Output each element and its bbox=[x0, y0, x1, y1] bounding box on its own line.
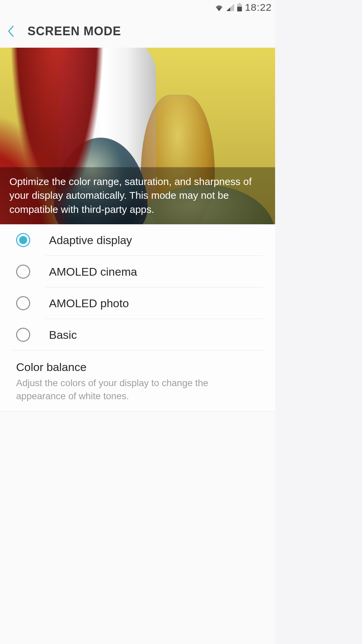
screen-mode-options: Adaptive display AMOLED cinema AMOLED ph… bbox=[0, 224, 275, 351]
chevron-left-icon bbox=[7, 25, 14, 37]
radio-icon bbox=[16, 265, 30, 279]
header: SCREEN MODE bbox=[0, 15, 275, 48]
color-balance-desc: Adjust the colors of your display to cha… bbox=[16, 376, 259, 403]
page-title: SCREEN MODE bbox=[28, 24, 121, 38]
color-balance-item[interactable]: Color balance Adjust the colors of your … bbox=[0, 351, 275, 412]
radio-icon bbox=[16, 328, 30, 342]
option-label: Adaptive display bbox=[49, 234, 132, 247]
option-label: AMOLED cinema bbox=[49, 265, 137, 278]
battery-icon bbox=[237, 3, 242, 12]
status-bar: 18:22 bbox=[0, 0, 275, 15]
screen-root: 18:22 SCREEN MODE Optimize the color ran… bbox=[0, 0, 275, 644]
back-button[interactable] bbox=[6, 23, 15, 39]
option-basic[interactable]: Basic bbox=[0, 319, 275, 351]
option-adaptive-display[interactable]: Adaptive display bbox=[0, 224, 275, 256]
clock: 18:22 bbox=[245, 2, 272, 13]
cell-signal-icon bbox=[226, 4, 234, 11]
radio-icon bbox=[16, 233, 30, 247]
radio-icon bbox=[16, 296, 30, 310]
option-label: AMOLED photo bbox=[49, 297, 129, 310]
svg-rect-2 bbox=[237, 7, 242, 11]
wifi-icon bbox=[215, 4, 223, 11]
color-balance-title: Color balance bbox=[16, 361, 259, 374]
hero-image: Optimize the color range, saturation, an… bbox=[0, 48, 275, 224]
hero-description: Optimize the color range, saturation, an… bbox=[0, 167, 275, 224]
option-amoled-photo[interactable]: AMOLED photo bbox=[0, 287, 275, 319]
option-amoled-cinema[interactable]: AMOLED cinema bbox=[0, 256, 275, 287]
svg-rect-1 bbox=[239, 3, 241, 4]
option-label: Basic bbox=[49, 328, 77, 341]
